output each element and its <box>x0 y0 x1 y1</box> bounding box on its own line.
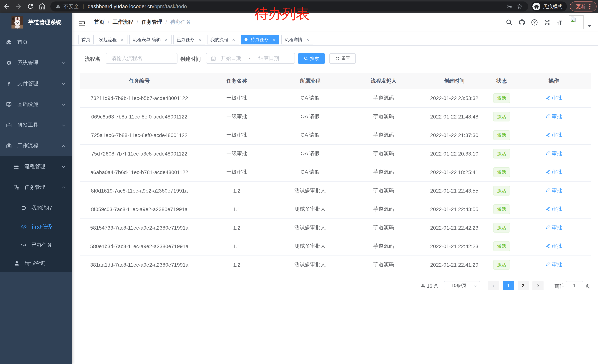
svg-text:¥: ¥ <box>7 81 10 87</box>
